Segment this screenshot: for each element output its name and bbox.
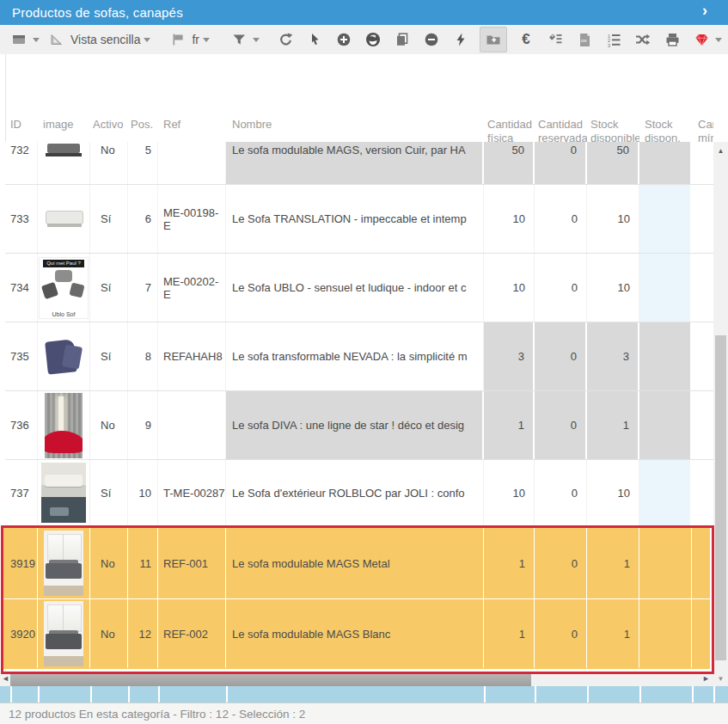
cell-pos: 5	[128, 142, 158, 184]
cell-id: 736	[5, 391, 38, 459]
cell-cantidad-fisica: 3	[484, 322, 535, 390]
flag-icon[interactable]	[168, 28, 188, 52]
refresh-icon[interactable]	[275, 28, 296, 52]
set-square-icon[interactable]	[46, 28, 67, 52]
cell-nombre: Le sofa modulable MAGS Metal	[226, 528, 484, 598]
table-row-737[interactable]: 737 Sí 10 T-ME-00287 Le Sofa d'extérieur…	[5, 460, 713, 526]
image-caption: Ublo Sof	[40, 311, 88, 317]
scroll-up-arrow-icon[interactable]: ▲	[713, 144, 728, 157]
chevron-down-icon[interactable]	[253, 38, 260, 46]
cell-pos: 6	[128, 185, 158, 253]
horizontal-scrollbar-thumb[interactable]	[10, 673, 531, 686]
cell-cantidad-minima	[692, 528, 709, 598]
filter-funnel-icon[interactable]	[229, 28, 249, 52]
cell-id: 735	[5, 322, 38, 390]
cell-cantidad-reservada: 0	[535, 391, 587, 459]
scroll-right-arrow-icon[interactable]: ►	[702, 674, 710, 683]
vertical-scrollbar-thumb[interactable]	[715, 335, 726, 660]
status-summary-text: 12 productos En esta categoría - Filtro …	[9, 708, 305, 721]
table-row-733[interactable]: 733 Sí 6 ME-00198-E Le Sofa TRANSLATION …	[5, 185, 713, 254]
chevron-down-icon[interactable]	[144, 38, 150, 46]
cell-image	[38, 391, 90, 459]
cell-id: 734	[5, 254, 38, 322]
product-image[interactable]	[44, 601, 83, 666]
cell-ref	[158, 142, 226, 184]
summary-footer-row	[0, 686, 728, 703]
folder-plus-icon[interactable]	[480, 27, 507, 52]
lightning-icon[interactable]	[450, 28, 471, 52]
cell-cantidad-fisica: 50	[484, 142, 535, 184]
cell-cantidad-fisica: 10	[484, 254, 535, 322]
toolbar: Vista sencilla fr	[0, 25, 728, 55]
cell-nombre: Le sofa DIVA : une ligne de star ! déco …	[226, 391, 484, 459]
cell-stock-disponible: 10	[587, 254, 639, 322]
cell-stock-disponible: 10	[587, 460, 639, 525]
cell-ref: ME-00198-E	[158, 185, 226, 253]
chevron-down-icon[interactable]	[33, 38, 40, 46]
product-image[interactable]	[41, 463, 86, 523]
cell-cantidad-reservada: 0	[535, 528, 587, 598]
product-image[interactable]: Qui met Paul ? Ublo Sof	[39, 257, 89, 319]
view-mode-label[interactable]: Vista sencilla	[70, 33, 140, 46]
table-row-732[interactable]: 732 No 5 Le sofa modulable MAGS, version…	[5, 142, 713, 185]
scroll-down-arrow-icon[interactable]: ▼	[713, 672, 728, 685]
gem-icon[interactable]	[691, 28, 712, 52]
svg-text:3: 3	[608, 42, 610, 47]
product-image[interactable]	[40, 142, 88, 165]
table-row-736[interactable]: 736 No 9 Le sofa DIVA : une ligne de sta…	[5, 391, 713, 460]
cell-nombre: Le sofa modulable MAGS, version Cuir, pa…	[226, 142, 484, 184]
cell-stock-dispon	[639, 254, 692, 322]
product-image[interactable]	[44, 531, 83, 596]
cell-activo: No	[90, 142, 128, 184]
layout-panel-icon[interactable]	[9, 28, 29, 52]
product-image[interactable]	[45, 393, 83, 458]
grid-header-zone: ID image Activo Pos. Ref Nombre Cantidad…	[0, 54, 728, 142]
cell-image	[38, 460, 90, 525]
cell-id: 3920	[3, 599, 38, 668]
cell-nombre: Le Sofa UBLO - sensuel et ludique - indo…	[226, 254, 484, 322]
cell-stock-dispon	[639, 460, 692, 525]
vertical-scrollbar[interactable]: ▲ ▼	[713, 142, 728, 686]
cell-cantidad-minima	[692, 254, 713, 322]
store-commander-window: Productos de sofas, canapés › Vista senc…	[0, 0, 728, 724]
cell-cantidad-minima	[692, 599, 709, 668]
table-row-735[interactable]: 735 Sí 8 REFAHAH8 Le sofa transformable …	[5, 322, 713, 391]
cell-pos: 8	[128, 322, 158, 390]
chevron-down-icon[interactable]	[203, 38, 210, 46]
copy-pages-icon[interactable]	[392, 28, 413, 52]
cell-id: 732	[5, 142, 38, 184]
page-title: Productos de sofas, canapés	[12, 5, 183, 20]
cursor-icon[interactable]	[304, 28, 325, 52]
euro-icon[interactable]: €	[516, 28, 536, 52]
language-label[interactable]: fr	[192, 33, 199, 46]
remove-circle-icon[interactable]	[421, 28, 442, 52]
cell-image	[38, 142, 90, 184]
add-circle-icon[interactable]	[333, 28, 354, 52]
product-image[interactable]	[40, 204, 88, 235]
prestashop-icon[interactable]	[363, 28, 383, 52]
cell-cantidad-fisica: 10	[484, 460, 535, 525]
cell-ref: REFAHAH8	[158, 322, 226, 390]
printer-icon[interactable]	[662, 28, 682, 52]
cell-nombre: Le sofa modulable MAGS Blanc	[226, 599, 484, 668]
table-row-3920-selected[interactable]: 3920 No 12 REF-002 Le sofa modulable MAG…	[3, 598, 710, 668]
horizontal-scrollbar[interactable]: ◄ ►	[0, 673, 713, 686]
cell-ref: REF-002	[158, 599, 226, 668]
csv-file-icon[interactable]: csv	[574, 28, 595, 52]
cell-activo: Sí	[90, 185, 128, 253]
svg-text:csv: csv	[581, 39, 588, 43]
chevron-down-icon[interactable]	[715, 38, 722, 46]
table-row-734[interactable]: 734 Qui met Paul ? Ublo Sof Sí 7 ME-0020…	[5, 254, 713, 322]
chevron-right-icon[interactable]: ›	[702, 2, 707, 20]
cell-ref	[158, 391, 226, 459]
cell-ref: REF-001	[158, 528, 226, 598]
cell-cantidad-minima	[692, 322, 713, 390]
product-image[interactable]	[43, 332, 84, 382]
cell-image	[38, 322, 90, 390]
tag-list-icon[interactable]	[545, 28, 566, 52]
shuffle-icon[interactable]	[633, 28, 653, 52]
table-row-3919-selected[interactable]: 3919 No 11 REF-001 Le sofa modulable MAG…	[3, 528, 710, 598]
cell-activo: No	[90, 391, 128, 459]
scroll-left-arrow-icon[interactable]: ◄	[2, 674, 9, 683]
numbered-list-icon[interactable]: 123	[603, 28, 624, 52]
